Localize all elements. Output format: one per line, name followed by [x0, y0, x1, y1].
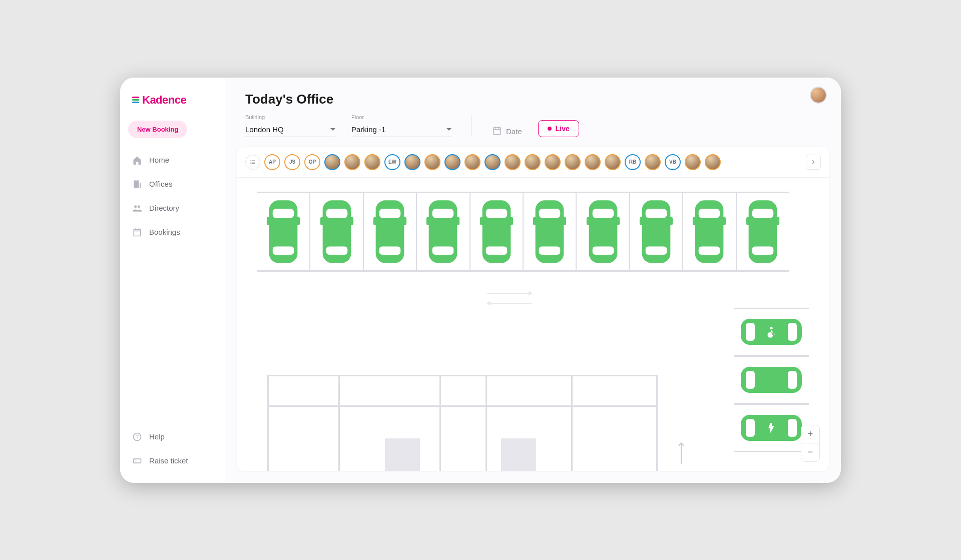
brand-logo: Kadence: [132, 94, 213, 107]
car-icon: [638, 199, 675, 264]
sidebar-bottom: ? Help Raise ticket: [128, 427, 217, 471]
brand-name: Kadence: [142, 94, 186, 107]
car-icon: [691, 199, 728, 264]
car-icon: [739, 362, 804, 398]
parking-slot[interactable]: [630, 193, 683, 270]
date-button[interactable]: Date: [492, 126, 522, 137]
ticket-icon: [132, 456, 142, 466]
person-avatar[interactable]: [464, 154, 480, 170]
person-avatar[interactable]: [705, 154, 721, 170]
car-icon: [265, 199, 302, 264]
person-avatar[interactable]: AP: [264, 154, 280, 170]
car-icon: [371, 199, 408, 264]
svg-text:?: ?: [136, 434, 139, 440]
person-avatar[interactable]: [565, 154, 581, 170]
people-strip: APJSOPEWRBVB: [237, 147, 829, 178]
parking-slot[interactable]: [417, 193, 470, 270]
car-icon: [424, 199, 461, 264]
page-title: Today's Office: [245, 92, 821, 107]
sidebar-item-raise-ticket[interactable]: Raise ticket: [128, 451, 217, 471]
building-icon: [132, 179, 142, 189]
person-avatar[interactable]: JS: [284, 154, 300, 170]
person-avatar[interactable]: VB: [665, 154, 681, 170]
floor-select[interactable]: Parking -1: [351, 122, 451, 137]
sidebar-item-directory[interactable]: Directory: [128, 198, 217, 218]
person-avatar[interactable]: [685, 154, 701, 170]
person-avatar[interactable]: [505, 154, 521, 170]
zoom-control: + −: [801, 425, 820, 462]
chevron-down-icon: [446, 128, 451, 131]
floor-value: Parking -1: [351, 125, 385, 134]
person-avatar[interactable]: [585, 154, 601, 170]
arrow-left-icon: [487, 303, 532, 304]
parking-slot[interactable]: [577, 193, 630, 270]
person-avatar[interactable]: OP: [304, 154, 320, 170]
floorplan-panel: APJSOPEWRBVB: [237, 147, 829, 471]
person-avatar[interactable]: [485, 154, 501, 170]
parking-slot[interactable]: [310, 193, 363, 270]
parking-slot[interactable]: [470, 193, 524, 270]
building-select[interactable]: London HQ: [245, 122, 335, 137]
sidebar-item-help[interactable]: ? Help: [128, 427, 217, 447]
list-toggle-button[interactable]: [245, 155, 260, 170]
parking-slot[interactable]: [734, 356, 809, 404]
parking-slot[interactable]: [364, 193, 417, 270]
person-avatar[interactable]: [424, 154, 440, 170]
person-avatar[interactable]: EW: [384, 154, 400, 170]
person-avatar[interactable]: [364, 154, 380, 170]
parking-slot[interactable]: [737, 193, 789, 270]
page-header: Today's Office Building London HQ Floor …: [225, 78, 841, 145]
date-label: Date: [506, 127, 522, 136]
new-booking-button[interactable]: New Booking: [128, 121, 187, 138]
sidebar-item-label: Bookings: [149, 228, 180, 236]
sidebar-item-label: Raise ticket: [149, 456, 188, 465]
sidebar: Kadence New Booking Home Offices Directo…: [120, 78, 225, 483]
person-avatar[interactable]: RB: [625, 154, 641, 170]
sidebar-item-home[interactable]: Home: [128, 150, 217, 170]
parking-slot[interactable]: [734, 308, 809, 356]
separator: [471, 116, 472, 137]
zoom-out-button[interactable]: −: [801, 443, 819, 461]
brand-logo-mark: [132, 97, 139, 103]
sidebar-item-label: Help: [149, 432, 165, 441]
car-icon: [585, 199, 622, 264]
arrow-up-icon: [678, 439, 685, 466]
person-avatar[interactable]: [545, 154, 561, 170]
live-dot-icon: [548, 127, 552, 131]
parking-slot[interactable]: [524, 193, 577, 270]
person-avatar[interactable]: [645, 154, 661, 170]
parking-slot[interactable]: [734, 404, 809, 452]
live-button[interactable]: Live: [538, 120, 579, 137]
car-icon: [318, 199, 355, 264]
car-icon: [478, 199, 515, 264]
sidebar-item-bookings[interactable]: Bookings: [128, 222, 217, 242]
sidebar-item-label: Home: [149, 156, 169, 164]
direction-arrows: [487, 293, 532, 304]
zoom-in-button[interactable]: +: [801, 425, 819, 443]
building-filter: Building London HQ: [245, 114, 335, 137]
parking-column-right: [734, 308, 809, 471]
person-avatar[interactable]: [605, 154, 621, 170]
home-icon: [132, 155, 142, 165]
scroll-right-button[interactable]: [806, 155, 821, 170]
arrow-right-icon: [487, 293, 532, 294]
person-avatar[interactable]: [525, 154, 541, 170]
parking-slot[interactable]: [683, 193, 736, 270]
sidebar-item-label: Directory: [149, 204, 179, 212]
ev-charge-icon: [765, 422, 777, 434]
car-icon: [744, 199, 781, 264]
person-avatar[interactable]: [404, 154, 420, 170]
person-avatar[interactable]: [344, 154, 360, 170]
live-label: Live: [556, 125, 570, 133]
calendar-icon: [492, 126, 502, 137]
filter-row: Building London HQ Floor Parking -1: [245, 114, 821, 137]
sidebar-item-offices[interactable]: Offices: [128, 174, 217, 194]
user-avatar[interactable]: [810, 87, 827, 104]
building-label: Building: [245, 114, 335, 120]
sidebar-item-label: Offices: [149, 180, 172, 188]
floorplan-canvas[interactable]: + −: [237, 178, 829, 471]
person-avatar[interactable]: [324, 154, 340, 170]
parking-slot[interactable]: [257, 193, 310, 270]
person-avatar[interactable]: [444, 154, 460, 170]
calendar-icon: [132, 227, 142, 237]
